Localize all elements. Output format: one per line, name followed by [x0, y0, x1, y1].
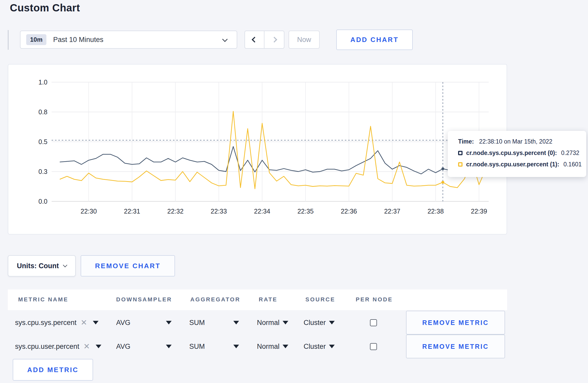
- rate-dropdown[interactable]: Normal: [257, 311, 288, 335]
- chevron-down-icon: [222, 37, 228, 42]
- user-series-swatch-icon: [458, 162, 463, 167]
- caret-down-icon: [283, 321, 288, 324]
- tooltip-time-label: Time:: [458, 138, 474, 145]
- page-title: Custom Chart: [10, 2, 80, 14]
- metric-row: sys.cpu.sys.percent ✕ AVG SUM Normal Clu…: [8, 311, 507, 335]
- sys-series-swatch-icon: [458, 151, 463, 155]
- time-page-group: [244, 31, 284, 49]
- svg-text:22:33: 22:33: [211, 208, 227, 215]
- metric-name-dropdown[interactable]: sys.cpu.user.percent ✕: [15, 335, 101, 358]
- remove-metric-button[interactable]: REMOVE METRIC: [406, 311, 505, 335]
- col-header-aggregator: AGGREGATOR: [190, 296, 240, 303]
- tooltip-series-row: cr.node.sys.cpu.user.percent (1): 0.1601: [458, 161, 586, 168]
- metric-row: sys.cpu.user.percent ✕ AVG SUM Normal Cl…: [8, 335, 507, 358]
- caret-down-icon: [233, 321, 239, 324]
- svg-text:0.8: 0.8: [38, 108, 47, 116]
- caret-down-icon: [329, 321, 335, 324]
- units-label: Units: Count: [17, 262, 59, 270]
- caret-down-icon: [283, 345, 288, 348]
- downsampler-dropdown[interactable]: AVG: [116, 311, 172, 335]
- source-dropdown[interactable]: Cluster: [304, 311, 335, 335]
- svg-text:1.0: 1.0: [38, 79, 47, 86]
- tooltip-time-value: 22:38:10 on Mar 15th, 2022: [479, 138, 552, 145]
- svg-text:22:31: 22:31: [124, 208, 140, 215]
- time-prev-button[interactable]: [245, 31, 264, 48]
- metric-name-dropdown[interactable]: sys.cpu.sys.percent ✕: [15, 311, 99, 335]
- time-range-badge: 10m: [26, 34, 46, 45]
- downsampler-dropdown[interactable]: AVG: [116, 335, 172, 358]
- chevron-down-icon: [63, 263, 67, 267]
- col-header-per-node: PER NODE: [356, 296, 393, 303]
- caret-down-icon: [166, 321, 172, 324]
- caret-down-icon: [166, 345, 172, 348]
- rate-dropdown[interactable]: Normal: [257, 335, 288, 358]
- chevron-right-icon: [271, 37, 277, 43]
- add-chart-button[interactable]: ADD CHART: [336, 30, 413, 50]
- caret-down-icon: [96, 345, 101, 348]
- now-button[interactable]: Now: [289, 31, 320, 49]
- svg-text:0.5: 0.5: [38, 138, 47, 145]
- tooltip-series-value: 0.2732: [561, 150, 579, 157]
- time-next-button[interactable]: [264, 31, 284, 48]
- svg-text:22:39: 22:39: [471, 208, 487, 215]
- tooltip-series-row: cr.node.sys.cpu.sys.percent (0): 0.2732: [458, 150, 586, 157]
- svg-text:0.0: 0.0: [38, 198, 47, 205]
- col-header-downsampler: DOWNSAMPLER: [116, 296, 172, 303]
- svg-text:22:32: 22:32: [167, 208, 184, 215]
- time-range-dropdown[interactable]: 10m Past 10 Minutes: [20, 31, 237, 49]
- svg-text:0.3: 0.3: [38, 168, 47, 175]
- per-node-checkbox[interactable]: [370, 343, 377, 350]
- timeseries-chart[interactable]: 1.00.80.50.30.022:3022:3122:3222:3322:34…: [8, 65, 508, 235]
- remove-chart-button[interactable]: REMOVE CHART: [81, 255, 175, 276]
- tooltip-series-value: 0.1601: [563, 161, 582, 168]
- chart-card: 1.00.80.50.30.022:3022:3122:3222:3322:34…: [8, 64, 507, 235]
- source-dropdown[interactable]: Cluster: [304, 335, 335, 358]
- chevron-left-icon: [251, 37, 257, 43]
- chart-tooltip: Time: 22:38:10 on Mar 15th, 2022 cr.node…: [448, 131, 586, 177]
- svg-text:22:38: 22:38: [428, 208, 444, 215]
- caret-down-icon: [329, 345, 335, 348]
- add-metric-button[interactable]: ADD METRIC: [13, 359, 93, 381]
- units-dropdown[interactable]: Units: Count: [8, 255, 76, 276]
- tooltip-time-row: Time: 22:38:10 on Mar 15th, 2022: [458, 138, 586, 145]
- svg-text:22:36: 22:36: [341, 208, 357, 215]
- svg-text:22:34: 22:34: [254, 208, 270, 215]
- remove-metric-button[interactable]: REMOVE METRIC: [406, 335, 505, 358]
- svg-text:22:30: 22:30: [81, 208, 97, 215]
- caret-down-icon: [93, 321, 99, 324]
- col-header-source: SOURCE: [305, 296, 335, 303]
- svg-text:22:35: 22:35: [297, 208, 314, 215]
- caret-down-icon: [233, 345, 239, 348]
- remove-metric-x-icon[interactable]: ✕: [81, 319, 87, 327]
- tooltip-series-label: cr.node.sys.cpu.user.percent (1):: [466, 161, 559, 168]
- col-header-rate: RATE: [259, 296, 277, 303]
- time-range-label: Past 10 Minutes: [53, 36, 103, 44]
- per-node-checkbox[interactable]: [370, 319, 377, 326]
- svg-text:22:37: 22:37: [384, 208, 401, 215]
- remove-metric-x-icon[interactable]: ✕: [83, 343, 90, 350]
- col-header-metric-name: METRIC NAME: [18, 296, 68, 303]
- tooltip-series-label: cr.node.sys.cpu.sys.percent (0):: [466, 150, 557, 157]
- metric-table-header: METRIC NAME DOWNSAMPLER AGGREGATOR RATE …: [8, 289, 507, 310]
- aggregator-dropdown[interactable]: SUM: [189, 311, 239, 335]
- aggregator-dropdown[interactable]: SUM: [189, 335, 239, 358]
- controls-left-divider: [8, 30, 9, 50]
